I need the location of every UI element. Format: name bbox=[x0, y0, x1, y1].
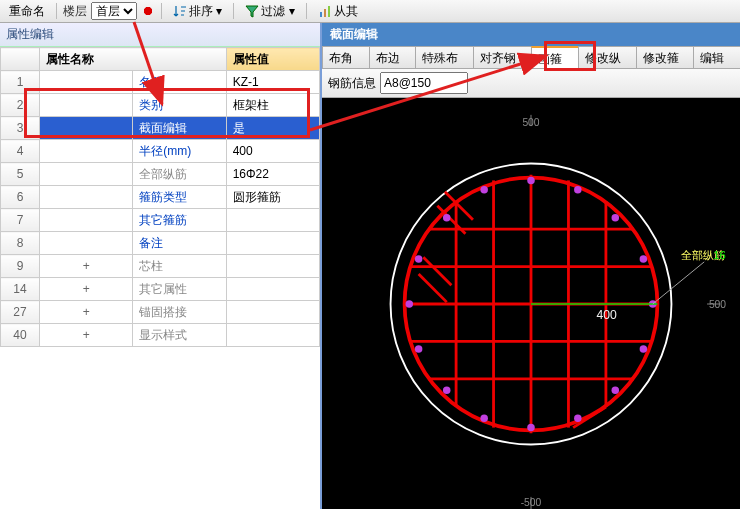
property-row[interactable]: 1名称KZ-1 bbox=[1, 71, 320, 94]
property-row[interactable]: 27+锚固搭接 bbox=[1, 301, 320, 324]
sort-icon bbox=[173, 4, 187, 18]
floor-select[interactable]: 首层 bbox=[91, 2, 137, 20]
property-name: 半径(mm) bbox=[133, 140, 226, 163]
property-row[interactable]: 9+芯柱 bbox=[1, 255, 320, 278]
expand-toggle[interactable]: + bbox=[40, 278, 133, 301]
property-value[interactable] bbox=[226, 278, 319, 301]
svg-point-30 bbox=[480, 414, 487, 421]
svg-rect-1 bbox=[324, 9, 326, 17]
property-row[interactable]: 7其它箍筋 bbox=[1, 209, 320, 232]
property-value[interactable] bbox=[226, 255, 319, 278]
rebar-info-input[interactable] bbox=[380, 72, 468, 94]
property-value[interactable] bbox=[226, 324, 319, 347]
svg-point-22 bbox=[574, 186, 581, 193]
property-name: 显示样式 bbox=[133, 324, 226, 347]
property-row[interactable]: 5全部纵筋16Φ22 bbox=[1, 163, 320, 186]
row-number: 5 bbox=[1, 163, 40, 186]
property-value[interactable]: 圆形箍筋 bbox=[226, 186, 319, 209]
property-row[interactable]: 2类别框架柱 bbox=[1, 94, 320, 117]
property-name: 箍筋类型 bbox=[133, 186, 226, 209]
property-panel: 属性编辑 属性名称 属性值 1名称KZ-12类别框架柱3截面编辑是4半径(mm)… bbox=[0, 23, 322, 509]
section-editor-panel: 截面编辑 布角筋布边筋特殊布筋对齐钢筋画箍筋修改纵筋修改箍筋编辑节 钢筋信息 5… bbox=[322, 23, 740, 509]
expand-toggle bbox=[40, 71, 133, 94]
tab-5[interactable]: 修改纵筋 bbox=[578, 46, 637, 68]
row-number: 14 bbox=[1, 278, 40, 301]
svg-point-23 bbox=[612, 214, 619, 221]
expand-toggle bbox=[40, 140, 133, 163]
property-row[interactable]: 6箍筋类型圆形箍筋 bbox=[1, 186, 320, 209]
svg-point-36 bbox=[480, 186, 487, 193]
svg-point-27 bbox=[612, 386, 619, 393]
expand-toggle[interactable]: + bbox=[40, 324, 133, 347]
expand-toggle bbox=[40, 232, 133, 255]
section-editor-title: 截面编辑 bbox=[322, 23, 740, 46]
property-name: 截面编辑 bbox=[133, 117, 226, 140]
svg-point-28 bbox=[574, 414, 581, 421]
property-name: 其它属性 bbox=[133, 278, 226, 301]
svg-point-29 bbox=[527, 424, 534, 431]
col-name: 属性名称 bbox=[40, 48, 227, 71]
expand-toggle bbox=[40, 94, 133, 117]
main-toolbar: 重命名 楼层 首层 排序 ▾ 过滤 ▾ 从其 bbox=[0, 0, 740, 23]
property-value[interactable]: KZ-1 bbox=[226, 71, 319, 94]
property-value[interactable]: 16Φ22 bbox=[226, 163, 319, 186]
row-number: 7 bbox=[1, 209, 40, 232]
row-number: 2 bbox=[1, 94, 40, 117]
tab-3[interactable]: 对齐钢筋 bbox=[473, 46, 532, 68]
svg-point-34 bbox=[415, 255, 422, 262]
property-row[interactable]: 40+显示样式 bbox=[1, 324, 320, 347]
tab-7[interactable]: 编辑节 bbox=[693, 46, 740, 68]
bar-chart-icon bbox=[318, 4, 332, 18]
property-row[interactable]: 3截面编辑是 bbox=[1, 117, 320, 140]
svg-point-35 bbox=[443, 214, 450, 221]
property-name: 全部纵筋 bbox=[133, 163, 226, 186]
section-canvas[interactable]: 500 -500 500 bbox=[322, 98, 740, 509]
property-value[interactable] bbox=[226, 301, 319, 324]
property-value[interactable]: 400 bbox=[226, 140, 319, 163]
tab-0[interactable]: 布角筋 bbox=[322, 46, 370, 68]
property-name: 类别 bbox=[133, 94, 226, 117]
svg-point-21 bbox=[527, 177, 534, 184]
svg-rect-0 bbox=[320, 12, 322, 17]
row-number: 8 bbox=[1, 232, 40, 255]
expand-toggle bbox=[40, 163, 133, 186]
sort-button[interactable]: 排序 ▾ bbox=[168, 1, 227, 22]
property-value[interactable] bbox=[226, 209, 319, 232]
tab-2[interactable]: 特殊布筋 bbox=[415, 46, 474, 68]
expand-toggle bbox=[40, 186, 133, 209]
property-value[interactable]: 是 bbox=[226, 117, 319, 140]
expand-toggle[interactable]: + bbox=[40, 255, 133, 278]
expand-toggle[interactable]: + bbox=[40, 301, 133, 324]
svg-line-37 bbox=[653, 262, 705, 304]
svg-point-33 bbox=[406, 300, 413, 307]
filter-button[interactable]: 过滤 ▾ bbox=[240, 1, 299, 22]
property-value[interactable] bbox=[226, 232, 319, 255]
rename-button[interactable]: 重命名 bbox=[4, 1, 50, 22]
tab-1[interactable]: 布边筋 bbox=[369, 46, 417, 68]
property-grid[interactable]: 属性名称 属性值 1名称KZ-12类别框架柱3截面编辑是4半径(mm)4005全… bbox=[0, 47, 320, 509]
property-name: 锚固搭接 bbox=[133, 301, 226, 324]
property-row[interactable]: 8备注 bbox=[1, 232, 320, 255]
property-name: 备注 bbox=[133, 232, 226, 255]
property-row[interactable]: 4半径(mm)400 bbox=[1, 140, 320, 163]
dot-icon bbox=[141, 4, 155, 18]
property-row[interactable]: 14+其它属性 bbox=[1, 278, 320, 301]
chart-button[interactable]: 从其 bbox=[313, 1, 363, 22]
row-number: 3 bbox=[1, 117, 40, 140]
floor-label: 楼层 bbox=[63, 3, 87, 20]
filter-icon bbox=[245, 4, 259, 18]
property-value[interactable]: 框架柱 bbox=[226, 94, 319, 117]
property-name: 其它箍筋 bbox=[133, 209, 226, 232]
row-number: 27 bbox=[1, 301, 40, 324]
expand-toggle bbox=[40, 117, 133, 140]
property-name: 芯柱 bbox=[133, 255, 226, 278]
row-number: 9 bbox=[1, 255, 40, 278]
row-number: 40 bbox=[1, 324, 40, 347]
property-panel-title: 属性编辑 bbox=[0, 23, 320, 47]
svg-point-24 bbox=[640, 255, 647, 262]
svg-point-31 bbox=[443, 386, 450, 393]
tab-4[interactable]: 画箍筋 bbox=[531, 46, 579, 68]
row-number: 1 bbox=[1, 71, 40, 94]
section-tabs: 布角筋布边筋特殊布筋对齐钢筋画箍筋修改纵筋修改箍筋编辑节 bbox=[322, 46, 740, 69]
tab-6[interactable]: 修改箍筋 bbox=[636, 46, 695, 68]
